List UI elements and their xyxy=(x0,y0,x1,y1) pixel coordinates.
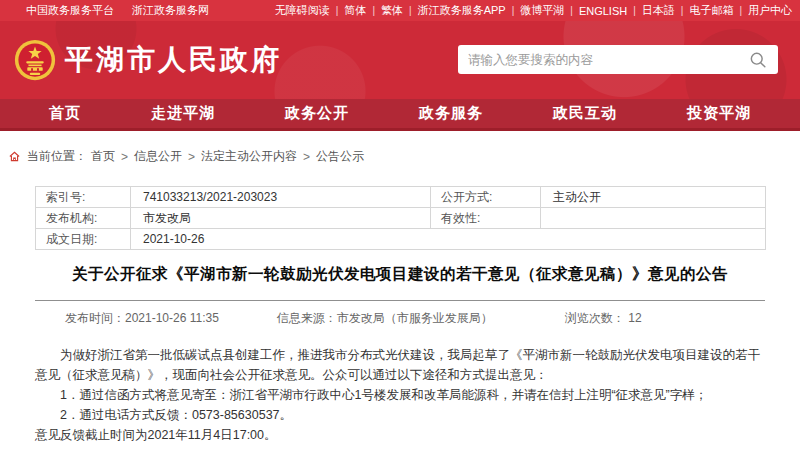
separator: | xyxy=(739,5,742,16)
document-info-table: 索引号: 741033213/2021-203023 公开方式: 主动公开 发布… xyxy=(35,186,766,250)
paragraph-phone-feedback: 2．通过电话方式反馈：0573-85630537。 xyxy=(35,405,765,425)
separator: | xyxy=(409,5,412,16)
breadcrumb-item-announcements[interactable]: 公告公示 xyxy=(316,148,364,165)
index-number-value: 741033213/2021-203023 xyxy=(131,187,431,208)
index-number-label: 索引号: xyxy=(36,187,131,208)
top-utility-bar: 中国政务服务平台 浙江政务服务网 无障碍阅读 | 简体 | 繁体 | 浙江政务服… xyxy=(0,0,800,21)
article-meta: 发布时间：2021-10-26 11:35 信息来源：市发改局（市服务业发展局）… xyxy=(35,301,765,327)
info-source-label: 信息来源： xyxy=(277,311,337,325)
table-row: 索引号: 741033213/2021-203023 公开方式: 主动公开 xyxy=(36,187,766,208)
separator: | xyxy=(570,5,573,16)
nav-item-invest-pinghu[interactable]: 投资平湖 xyxy=(687,104,751,123)
breadcrumb-item-statutory-content[interactable]: 法定主动公开内容 xyxy=(201,148,297,165)
view-count-label: 浏览次数： xyxy=(565,311,625,325)
separator: | xyxy=(633,5,636,16)
home-icon xyxy=(8,150,21,163)
paragraph-intro: 为做好浙江省第一批低碳试点县创建工作，推进我市分布式光伏建设，我局起草了《平湖市… xyxy=(35,345,765,385)
validity-value xyxy=(541,208,766,229)
separator: | xyxy=(336,5,339,16)
validity-label: 有效性: xyxy=(431,208,541,229)
table-row: 发布机构: 市发改局 有效性: xyxy=(36,208,766,229)
breadcrumb-label: 当前位置： xyxy=(27,148,87,165)
publish-time: 发布时间：2021-10-26 11:35 xyxy=(65,310,219,327)
issuing-agency-value: 市发改局 xyxy=(131,208,431,229)
nav-item-gov-services[interactable]: 政务服务 xyxy=(419,104,483,123)
breadcrumb-item-info-disclosure[interactable]: 信息公开 xyxy=(134,148,182,165)
paragraph-deadline: 意见反馈截止时间为2021年11月4日17:00。 xyxy=(35,425,765,445)
view-count: 浏览次数： 12 xyxy=(565,310,642,327)
site-header: 平湖市人民政府 xyxy=(0,21,800,99)
link-user-center[interactable]: 用户中心 xyxy=(748,3,792,18)
issue-date-label: 成文日期: xyxy=(36,229,131,250)
breadcrumb-separator: > xyxy=(188,150,195,164)
link-zhejiang-gov-service[interactable]: 浙江政务服务网 xyxy=(132,3,209,18)
topbar-left-links: 中国政务服务平台 浙江政务服务网 xyxy=(8,3,209,18)
info-source-value: 市发改局（市服务业发展局） xyxy=(337,311,493,325)
nav-item-about-pinghu[interactable]: 走进平湖 xyxy=(151,104,215,123)
national-emblem-icon xyxy=(14,39,56,81)
link-accessibility[interactable]: 无障碍阅读 xyxy=(275,3,330,18)
link-weibo[interactable]: 微博平湖 xyxy=(520,3,564,18)
breadcrumb-separator: > xyxy=(303,150,310,164)
search-icon[interactable] xyxy=(748,50,768,70)
search-input[interactable] xyxy=(468,53,748,67)
separator: | xyxy=(372,5,375,16)
link-simplified[interactable]: 简体 xyxy=(344,3,366,18)
disclosure-method-label: 公开方式: xyxy=(431,187,541,208)
link-email[interactable]: 电子邮箱 xyxy=(689,3,733,18)
site-title: 平湖市人民政府 xyxy=(65,41,282,79)
disclosure-method-value: 主动公开 xyxy=(541,187,766,208)
breadcrumb-item-home[interactable]: 首页 xyxy=(91,148,115,165)
publish-time-label: 发布时间： xyxy=(65,311,125,325)
paragraph-mail-feedback: 1．通过信函方式将意见寄至：浙江省平湖市行政中心1号楼发展和改革局能源科，并请在… xyxy=(35,385,765,405)
separator: | xyxy=(512,5,515,16)
page-title: 关于公开征求《平湖市新一轮鼓励光伏发电项目建设的若干意见（征求意见稿）》意见的公… xyxy=(35,264,765,285)
breadcrumb-separator: > xyxy=(121,150,128,164)
publish-time-value: 2021-10-26 11:35 xyxy=(125,311,219,325)
issue-date-value: 2021-10-26 xyxy=(131,229,766,250)
search-box xyxy=(458,45,778,74)
topbar-right-links: 无障碍阅读 | 简体 | 繁体 | 浙江政务服务APP | 微博平湖 | ENG… xyxy=(275,3,792,18)
link-zj-app[interactable]: 浙江政务服务APP xyxy=(418,3,506,18)
separator: | xyxy=(681,5,684,16)
breadcrumb: 当前位置： 首页 > 信息公开 > 法定主动公开内容 > 公告公示 xyxy=(0,131,800,165)
link-english[interactable]: ENGLISH xyxy=(579,5,627,17)
issuing-agency-label: 发布机构: xyxy=(36,208,131,229)
view-count-value: 12 xyxy=(628,311,641,325)
info-source: 信息来源：市发改局（市服务业发展局） xyxy=(277,310,493,327)
nav-item-home[interactable]: 首页 xyxy=(49,104,81,123)
nav-item-gov-disclosure[interactable]: 政务公开 xyxy=(285,104,349,123)
article-container: 索引号: 741033213/2021-203023 公开方式: 主动公开 发布… xyxy=(35,186,765,464)
link-japanese[interactable]: 日本語 xyxy=(642,3,675,18)
site-brand[interactable]: 平湖市人民政府 xyxy=(0,39,282,81)
article-body: 为做好浙江省第一批低碳试点县创建工作，推进我市分布式光伏建设，我局起草了《平湖市… xyxy=(35,345,765,445)
nav-item-public-interaction[interactable]: 政民互动 xyxy=(553,104,617,123)
link-traditional[interactable]: 繁体 xyxy=(381,3,403,18)
link-china-gov-service[interactable]: 中国政务服务平台 xyxy=(26,3,114,18)
main-nav: 首页 走进平湖 政务公开 政务服务 政民互动 投资平湖 xyxy=(0,99,800,131)
table-row: 成文日期: 2021-10-26 xyxy=(36,229,766,250)
